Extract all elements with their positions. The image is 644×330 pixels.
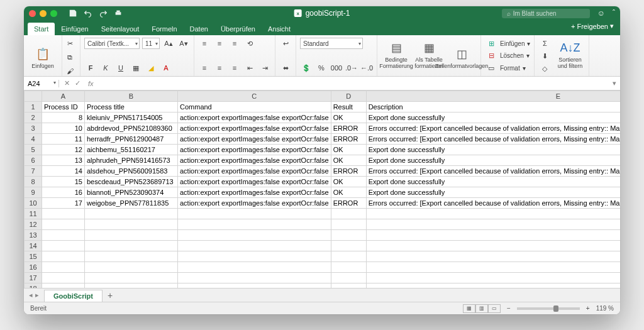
cell[interactable] xyxy=(366,209,620,219)
number-format-combo[interactable]: Standard xyxy=(300,38,363,49)
cell[interactable]: action:export exportImages:false exportO… xyxy=(178,166,331,177)
cell[interactable] xyxy=(366,273,620,283)
cell[interactable]: Export done successfully xyxy=(366,113,620,123)
row-header[interactable]: 3 xyxy=(25,123,42,134)
zoom-in-button[interactable]: + xyxy=(586,305,590,312)
row-header[interactable]: 16 xyxy=(25,262,42,273)
row-header[interactable]: 4 xyxy=(25,134,42,145)
close-icon[interactable] xyxy=(29,10,36,17)
cell[interactable] xyxy=(85,230,178,241)
cell[interactable]: OK xyxy=(331,177,366,187)
tab-view[interactable]: Ansicht xyxy=(262,23,297,35)
bold-button[interactable]: F xyxy=(84,62,97,74)
cell[interactable]: action:export exportImages:false exportO… xyxy=(178,113,331,123)
insert-cells-icon[interactable]: ⊞ xyxy=(485,38,497,49)
cancel-formula-icon[interactable]: ✕ xyxy=(64,79,70,87)
align-left-icon[interactable]: ≡ xyxy=(198,62,211,74)
indent-decrease-icon[interactable]: ⇤ xyxy=(243,62,256,74)
cell[interactable]: abdrdevod_PPN521089360 xyxy=(85,123,178,134)
cell[interactable] xyxy=(331,273,366,283)
cell[interactable]: Errors occurred: [Export cancelled becau… xyxy=(366,166,620,177)
cell[interactable] xyxy=(85,273,178,283)
paste-button[interactable]: 📋 Einfügen xyxy=(28,38,58,70)
view-normal-icon[interactable]: ▦ xyxy=(463,304,475,313)
cell[interactable]: OK xyxy=(331,187,366,198)
align-right-icon[interactable]: ≡ xyxy=(228,62,241,74)
enter-formula-icon[interactable]: ✓ xyxy=(75,79,80,87)
cell[interactable]: 11 xyxy=(42,134,85,145)
maximize-icon[interactable] xyxy=(50,10,57,17)
cell[interactable]: 14 xyxy=(42,166,85,177)
cell[interactable]: 13 xyxy=(42,155,85,166)
tab-review[interactable]: Überprüfen xyxy=(214,23,262,35)
indent-increase-icon[interactable]: ⇥ xyxy=(258,62,271,74)
delete-cells-label[interactable]: Löschen xyxy=(500,52,524,59)
cell[interactable]: weigobse_PPN577811835 xyxy=(85,198,178,209)
tab-insert[interactable]: Einfügen xyxy=(55,23,94,35)
cell[interactable]: action:export exportImages:false exportO… xyxy=(178,187,331,198)
redo-icon[interactable] xyxy=(99,9,108,18)
cell[interactable] xyxy=(178,251,331,262)
align-top-icon[interactable]: ≡ xyxy=(198,38,211,49)
cell[interactable]: action:export exportImages:false exportO… xyxy=(178,155,331,166)
cell[interactable]: 8 xyxy=(42,113,85,123)
cell[interactable]: Errors occurred: [Export cancelled becau… xyxy=(366,198,620,209)
row-header[interactable]: 18 xyxy=(25,283,42,289)
cell[interactable]: OK xyxy=(331,145,366,155)
wrap-text-icon[interactable]: ↩ xyxy=(279,38,292,49)
cell[interactable] xyxy=(366,230,620,241)
cell[interactable] xyxy=(85,262,178,273)
font-size-combo[interactable]: 11 xyxy=(142,38,160,49)
row-header[interactable]: 11 xyxy=(25,209,42,219)
col-header-d[interactable]: D xyxy=(331,91,366,102)
cell[interactable]: biannoti_PPN523090374 xyxy=(85,187,178,198)
view-page-break-icon[interactable]: ▭ xyxy=(488,304,501,313)
row-header[interactable]: 10 xyxy=(25,198,42,209)
cell[interactable]: Export done successfully xyxy=(366,187,620,198)
fill-color-button[interactable]: ◢ xyxy=(145,62,157,74)
cell[interactable]: Process title xyxy=(85,102,178,113)
sort-filter-button[interactable]: A↓Z Sortieren und filtern xyxy=(555,38,585,70)
save-icon[interactable] xyxy=(69,9,77,18)
row-header[interactable]: 1 xyxy=(25,102,42,113)
format-painter-icon[interactable]: 🖌 xyxy=(64,65,76,77)
cell[interactable] xyxy=(42,230,85,241)
row-header[interactable]: 14 xyxy=(25,241,42,251)
cell[interactable]: action:export exportImages:false exportO… xyxy=(178,134,331,145)
cell[interactable]: 15 xyxy=(42,177,85,187)
cell[interactable] xyxy=(331,283,366,289)
cell[interactable]: Result xyxy=(331,102,366,113)
align-bottom-icon[interactable]: ≡ xyxy=(228,38,241,49)
cell[interactable] xyxy=(42,209,85,219)
name-box[interactable]: A24 xyxy=(24,80,59,87)
cell[interactable] xyxy=(331,241,366,251)
zoom-level[interactable]: 119 % xyxy=(596,305,614,312)
cell[interactable] xyxy=(178,273,331,283)
sheet-nav-prev-icon[interactable]: ◂ xyxy=(29,291,33,299)
conditional-formatting-button[interactable]: ▤ Bedingte Formatierung xyxy=(381,38,411,70)
col-header-b[interactable]: B xyxy=(85,91,178,102)
cell[interactable]: ERROR xyxy=(331,123,366,134)
tab-start[interactable]: Start xyxy=(28,23,55,35)
copy-icon[interactable]: ⧉ xyxy=(64,52,76,63)
row-header[interactable]: 2 xyxy=(25,113,42,123)
insert-cells-label[interactable]: Einfügen xyxy=(500,40,525,47)
cell[interactable]: ERROR xyxy=(331,166,366,177)
cell[interactable] xyxy=(178,230,331,241)
sheet-tab[interactable]: GoobiScript xyxy=(44,290,103,302)
cell[interactable]: Description xyxy=(366,102,620,113)
cell[interactable]: Export done successfully xyxy=(366,145,620,155)
cut-icon[interactable]: ✂ xyxy=(64,38,76,49)
orientation-icon[interactable]: ⟲ xyxy=(243,38,256,49)
currency-icon[interactable]: 💲 xyxy=(300,62,313,74)
cell[interactable] xyxy=(366,241,620,251)
font-name-combo[interactable]: Calibri (Textk... xyxy=(84,38,140,49)
select-all-corner[interactable] xyxy=(25,91,42,102)
delete-cells-icon[interactable]: ⊟ xyxy=(485,50,497,62)
row-header[interactable]: 6 xyxy=(25,155,42,166)
cell[interactable] xyxy=(331,209,366,219)
cell[interactable]: kleiuniv_PPN517154005 xyxy=(85,113,178,123)
tab-page-layout[interactable]: Seitenlayout xyxy=(95,23,146,35)
cell[interactable] xyxy=(331,262,366,273)
ribbon-toggle-icon[interactable]: ˆ xyxy=(613,9,615,18)
